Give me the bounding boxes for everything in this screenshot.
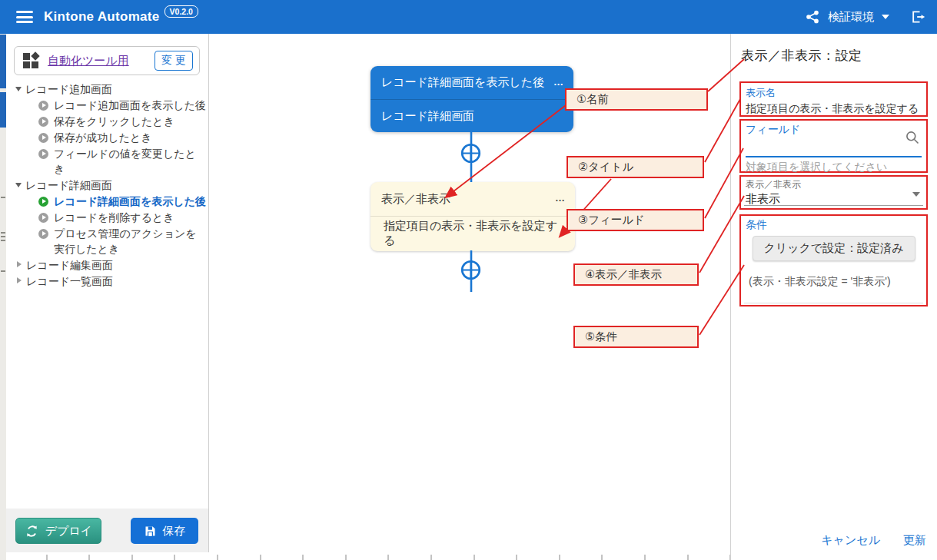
- event-play-icon: [38, 101, 48, 111]
- field-search-input[interactable]: [746, 137, 922, 157]
- cancel-link[interactable]: キャンセル: [821, 533, 880, 548]
- field-label: フィールド: [746, 123, 922, 137]
- sidebar-item-field-changed[interactable]: フィールドの値を変更したとき: [6, 146, 208, 177]
- more-options-icon[interactable]: …: [555, 192, 566, 204]
- sync-icon: [25, 524, 39, 538]
- event-play-icon: [38, 213, 48, 223]
- condition-section: 条件 クリックで設定：設定済み (表示・非表示設定 = '非表示'): [739, 214, 928, 307]
- annotation-field: ③フィールド: [567, 209, 704, 231]
- condition-set-button[interactable]: クリックで設定：設定済み: [753, 236, 915, 261]
- display-name-label: 表示名: [746, 86, 922, 100]
- annotation-title: ②タイトル: [567, 156, 704, 178]
- app-title: Kintone Automate: [44, 9, 160, 25]
- event-play-icon: [38, 149, 48, 159]
- sidebar-item-save-succeeded[interactable]: 保存が成功したとき: [6, 130, 208, 146]
- dropdown-underline: [744, 205, 923, 206]
- sidebar-item-record-add-screen[interactable]: レコード追加画面: [6, 81, 208, 98]
- app-selector: 自動化ツール用 変 更: [14, 46, 200, 75]
- annotation-name: ①名前: [565, 88, 708, 111]
- sidebar-item-record-detail-screen[interactable]: レコード詳細画面: [6, 177, 208, 194]
- app-header: Kintone Automate V0.2.0 検証環境: [0, 0, 937, 34]
- sidebar-item-record-edit-screen[interactable]: レコード編集画面: [6, 257, 208, 273]
- event-play-icon: [38, 117, 48, 127]
- visibility-label: 表示／非表示: [746, 178, 922, 191]
- field-selector: フィールド 対象項目を選択してください: [739, 119, 928, 173]
- divider: [744, 303, 923, 303]
- deploy-button[interactable]: デプロイ: [15, 518, 101, 544]
- condition-label: 条件: [746, 218, 922, 232]
- event-play-icon: [38, 133, 48, 143]
- logout-icon[interactable]: [909, 9, 926, 25]
- event-tree: レコード追加画面 レコード追加画面を表示した後 保存をクリックしたとき 保存が成…: [6, 81, 208, 290]
- action-node-title: 表示／非表示: [381, 192, 450, 207]
- sidebar-item-record-delete[interactable]: レコードを削除するとき: [6, 210, 208, 226]
- tree-collapsed-icon: [17, 261, 22, 267]
- trigger-node[interactable]: レコード詳細画面を表示した後 … レコード詳細画面: [370, 66, 573, 132]
- action-node[interactable]: 表示／非表示 … 指定項目の表示・非表示を設定する: [370, 182, 575, 251]
- share-icon[interactable]: [805, 9, 820, 25]
- condition-expression: (表示・非表示設定 = '非表示'): [746, 275, 922, 289]
- sidebar-item-process-action[interactable]: プロセス管理のアクションを実行したとき: [6, 226, 208, 257]
- trigger-node-title: レコード詳細画面を表示した後: [381, 75, 544, 90]
- environment-label: 検証環境: [828, 10, 874, 25]
- save-button[interactable]: 保存: [131, 518, 198, 544]
- event-play-icon-active: [38, 197, 48, 207]
- panel-title: 表示／非表示：設定: [741, 47, 862, 65]
- hamburger-menu-icon[interactable]: [16, 11, 33, 23]
- add-step-button[interactable]: [460, 143, 481, 164]
- field-placeholder: 対象項目を選択してください: [746, 161, 922, 174]
- annotation-visibility: ④表示／非表示: [573, 263, 699, 286]
- kintone-app-icon: [22, 51, 41, 70]
- add-step-button[interactable]: [460, 260, 481, 280]
- visibility-dropdown[interactable]: 表示／非表示 非表示: [739, 175, 928, 210]
- sidebar-item-record-list-screen[interactable]: レコード一覧画面: [6, 273, 208, 290]
- search-icon: [905, 130, 920, 148]
- sidebar-item-save-clicked[interactable]: 保存をクリックしたとき: [6, 114, 208, 130]
- sidebar-footer: デプロイ 保存: [6, 509, 208, 552]
- browser-edge-strip: [0, 34, 6, 560]
- display-name-field: 表示名 指定項目の表示・非表示を設定する: [739, 81, 928, 117]
- tree-expanded-icon: [15, 183, 22, 187]
- event-play-icon: [38, 229, 48, 239]
- action-node-subtitle: 指定項目の表示・非表示を設定する: [370, 217, 575, 250]
- tree-collapsed-icon: [17, 277, 22, 283]
- update-link[interactable]: 更新: [903, 533, 926, 548]
- annotation-condition: ⑤条件: [573, 326, 699, 348]
- sidebar: 自動化ツール用 変 更 レコード追加画面 レコード追加画面を表示した後 保存をク…: [6, 34, 209, 552]
- display-name-value[interactable]: 指定項目の表示・非表示を設定する: [746, 102, 922, 116]
- change-app-button[interactable]: 変 更: [155, 51, 193, 71]
- kintone-automate-app: Kintone Automate V0.2.0 検証環境 自動化ツール用 変 更: [0, 0, 937, 560]
- save-floppy-icon: [144, 525, 157, 538]
- dropdown-caret-icon: [912, 192, 920, 197]
- environment-dropdown-caret-icon[interactable]: [882, 15, 889, 19]
- sidebar-item-after-detail-shown[interactable]: レコード詳細画面を表示した後: [6, 194, 208, 210]
- sidebar-item-after-add-shown[interactable]: レコード追加画面を表示した後: [6, 98, 208, 114]
- trigger-node-subtitle: レコード詳細画面: [370, 100, 573, 132]
- settings-panel: 表示／非表示：設定 表示名 指定項目の表示・非表示を設定する フィールド 対象項…: [730, 34, 937, 560]
- tree-expanded-icon: [15, 87, 22, 91]
- more-options-icon[interactable]: …: [553, 76, 564, 88]
- version-badge: V0.2.0: [164, 5, 198, 18]
- app-name-link[interactable]: 自動化ツール用: [48, 54, 129, 68]
